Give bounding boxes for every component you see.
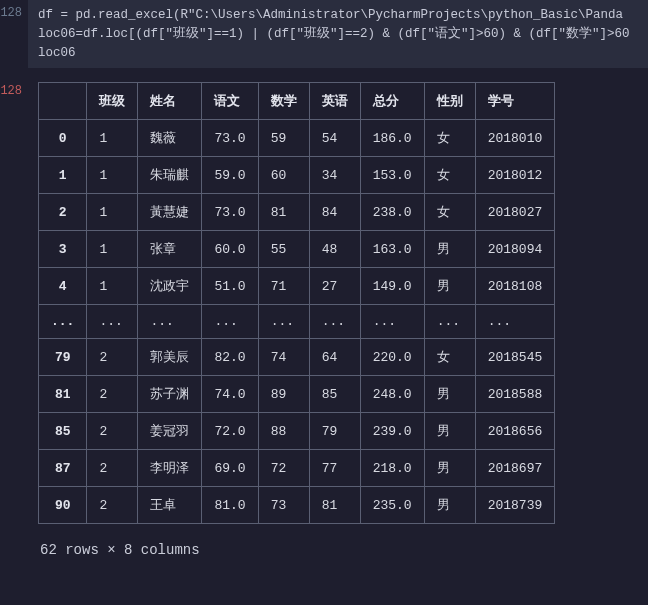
- table-row: 21黃慧婕73.08184238.0女2018027: [39, 194, 555, 231]
- table-cell: 153.0: [360, 157, 424, 194]
- code-cell[interactable]: df = pd.read_excel(R"C:\Users\Administra…: [28, 0, 648, 68]
- table-cell: 2: [87, 450, 138, 487]
- table-cell: 74: [258, 339, 309, 376]
- table-cell: ...: [424, 305, 475, 339]
- output-row: 128 班级 姓名 语文 数学 英语 总分 性别 学号 01: [0, 82, 648, 558]
- table-cell: 女: [424, 120, 475, 157]
- row-index: 1: [39, 157, 87, 194]
- table-cell: ...: [202, 305, 258, 339]
- table-cell: 220.0: [360, 339, 424, 376]
- table-cell: 27: [309, 268, 360, 305]
- table-row: 31张章60.05548163.0男2018094: [39, 231, 555, 268]
- table-cell: 77: [309, 450, 360, 487]
- row-index: 90: [39, 487, 87, 524]
- table-corner: [39, 83, 87, 120]
- table-cell: 81.0: [202, 487, 258, 524]
- table-row: 852姜冠羽72.08879239.0男2018656: [39, 413, 555, 450]
- table-cell: 82.0: [202, 339, 258, 376]
- table-row: 11朱瑞麒59.06034153.0女2018012: [39, 157, 555, 194]
- table-cell: 2018697: [475, 450, 555, 487]
- table-header-row: 班级 姓名 语文 数学 英语 总分 性别 学号: [39, 83, 555, 120]
- table-cell: 2018739: [475, 487, 555, 524]
- table-cell: 73.0: [202, 120, 258, 157]
- table-cell: 女: [424, 339, 475, 376]
- table-cell: 85: [309, 376, 360, 413]
- col-header: 总分: [360, 83, 424, 120]
- table-cell: 88: [258, 413, 309, 450]
- table-cell: ...: [87, 305, 138, 339]
- table-cell: 34: [309, 157, 360, 194]
- col-header: 班级: [87, 83, 138, 120]
- table-cell: ...: [138, 305, 202, 339]
- table-cell: 2018108: [475, 268, 555, 305]
- table-cell: 1: [87, 231, 138, 268]
- table-row: ...........................: [39, 305, 555, 339]
- table-cell: 73.0: [202, 194, 258, 231]
- col-header: 学号: [475, 83, 555, 120]
- table-cell: 2: [87, 413, 138, 450]
- table-cell: 74.0: [202, 376, 258, 413]
- table-cell: 218.0: [360, 450, 424, 487]
- table-cell: 48: [309, 231, 360, 268]
- code-line-1: df = pd.read_excel(R"C:\Users\Administra…: [38, 8, 623, 22]
- table-cell: 魏薇: [138, 120, 202, 157]
- table-cell: 186.0: [360, 120, 424, 157]
- table-head: 班级 姓名 语文 数学 英语 总分 性别 学号: [39, 83, 555, 120]
- table-cell: ...: [309, 305, 360, 339]
- row-index: 79: [39, 339, 87, 376]
- table-cell: 235.0: [360, 487, 424, 524]
- table-cell: 2018012: [475, 157, 555, 194]
- table-cell: 64: [309, 339, 360, 376]
- table-cell: 男: [424, 376, 475, 413]
- table-cell: 1: [87, 268, 138, 305]
- table-cell: 郭美辰: [138, 339, 202, 376]
- table-cell: 239.0: [360, 413, 424, 450]
- code-line-2: loc06=df.loc[(df["班级"]==1) | (df["班级"]==…: [38, 27, 630, 41]
- table-row: 872李明泽69.07277218.0男2018697: [39, 450, 555, 487]
- table-cell: 男: [424, 450, 475, 487]
- table-cell: 163.0: [360, 231, 424, 268]
- table-cell: 男: [424, 268, 475, 305]
- table-cell: 71: [258, 268, 309, 305]
- table-cell: ...: [360, 305, 424, 339]
- table-cell: 69.0: [202, 450, 258, 487]
- table-cell: 王卓: [138, 487, 202, 524]
- row-index: 0: [39, 120, 87, 157]
- row-index: 3: [39, 231, 87, 268]
- table-cell: 朱瑞麒: [138, 157, 202, 194]
- row-index: 87: [39, 450, 87, 487]
- table-cell: 张章: [138, 231, 202, 268]
- table-cell: 238.0: [360, 194, 424, 231]
- table-row: 41沈政宇51.07127149.0男2018108: [39, 268, 555, 305]
- table-cell: 51.0: [202, 268, 258, 305]
- table-cell: 79: [309, 413, 360, 450]
- table-cell: 89: [258, 376, 309, 413]
- table-cell: 1: [87, 120, 138, 157]
- table-cell: 72.0: [202, 413, 258, 450]
- table-cell: 149.0: [360, 268, 424, 305]
- table-cell: 沈政宇: [138, 268, 202, 305]
- row-index: 2: [39, 194, 87, 231]
- dataframe-table: 班级 姓名 语文 数学 英语 总分 性别 学号 01魏薇73.05954186.…: [38, 82, 555, 524]
- table-cell: 60.0: [202, 231, 258, 268]
- table-cell: ...: [258, 305, 309, 339]
- table-cell: 55: [258, 231, 309, 268]
- col-header: 数学: [258, 83, 309, 120]
- table-cell: 2018094: [475, 231, 555, 268]
- table-cell: 李明泽: [138, 450, 202, 487]
- table-row: 812苏子渊74.08985248.0男2018588: [39, 376, 555, 413]
- table-cell: 2: [87, 487, 138, 524]
- col-header: 姓名: [138, 83, 202, 120]
- table-cell: 81: [309, 487, 360, 524]
- row-index: ...: [39, 305, 87, 339]
- table-cell: 54: [309, 120, 360, 157]
- table-cell: 2018545: [475, 339, 555, 376]
- table-cell: 2: [87, 339, 138, 376]
- table-cell: 男: [424, 413, 475, 450]
- code-cell-row: 128 df = pd.read_excel(R"C:\Users\Admini…: [0, 0, 648, 68]
- table-cell: ...: [475, 305, 555, 339]
- notebook-container: 128 df = pd.read_excel(R"C:\Users\Admini…: [0, 0, 648, 558]
- table-cell: 60: [258, 157, 309, 194]
- table-cell: 男: [424, 231, 475, 268]
- table-cell: 1: [87, 194, 138, 231]
